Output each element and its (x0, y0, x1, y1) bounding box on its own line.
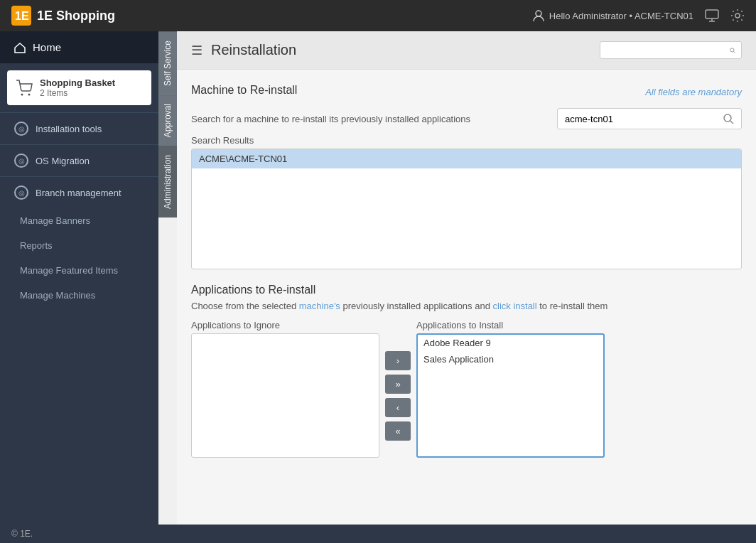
sidebar-item-manage-machines[interactable]: Manage Machines (0, 283, 158, 308)
topbar-right: Hello Administrator • ACME-TCN01 (532, 9, 745, 23)
sidebar-item-installation-tools[interactable]: ◎ Installation tools (0, 112, 158, 144)
svg-line-12 (730, 121, 733, 124)
cart-icon (16, 80, 33, 97)
tab-approval[interactable]: Approval (158, 95, 177, 146)
sidebar-item-manage-featured[interactable]: Manage Featured Items (0, 258, 158, 283)
main-content: ☰ Reinstallation Machine to Re-install A… (177, 31, 756, 525)
header-search-icon (730, 45, 735, 55)
basket-count: 2 Items (40, 88, 115, 98)
tab-administration[interactable]: Administration (158, 146, 177, 217)
apps-ignore-listbox[interactable] (191, 333, 379, 458)
branch-management-label: Branch management (36, 188, 122, 198)
svg-point-7 (21, 93, 23, 95)
manage-banners-label: Manage Banners (20, 215, 90, 226)
svg-point-11 (724, 114, 731, 122)
logo-text: 1E Shopping (37, 9, 115, 23)
list-item[interactable]: Adobe Reader 9 (418, 335, 603, 351)
svg-point-8 (28, 93, 31, 95)
transfer-buttons: › » ‹ « (379, 351, 416, 441)
basket-label: Shopping Basket (40, 77, 115, 88)
shopping-basket-card[interactable]: Shopping Basket 2 Items (7, 70, 151, 105)
svg-point-6 (735, 14, 740, 18)
monitor-icon[interactable] (705, 9, 719, 22)
installation-tools-icon: ◎ (14, 122, 28, 136)
main-layout: Home Shopping Basket 2 Items ◎ Installat… (0, 31, 756, 525)
logo: 1E 1E Shopping (11, 6, 532, 26)
manage-machines-label: Manage Machines (20, 290, 95, 301)
header-search[interactable] (600, 41, 742, 59)
mandatory-note: All fields are mandatory (645, 87, 742, 97)
move-right-button[interactable]: › (385, 351, 411, 370)
user-info: Hello Administrator • ACME-TCN01 (532, 9, 693, 22)
page-title: Reinstallation (211, 42, 296, 58)
footer: © 1E. (0, 525, 756, 543)
sidebar-item-os-migration[interactable]: ◎ OS Migration (0, 144, 158, 176)
move-all-right-button[interactable]: » (385, 375, 411, 394)
machine-search-icon[interactable] (723, 113, 734, 124)
page-body: Machine to Re-install All fields are man… (177, 70, 756, 525)
sidebar: Home Shopping Basket 2 Items ◎ Installat… (0, 31, 158, 525)
hamburger-icon[interactable]: ☰ (191, 43, 202, 58)
user-icon (532, 9, 545, 22)
footer-text: © 1E. (11, 529, 33, 539)
apps-desc: Choose from the selected machine's previ… (191, 301, 742, 311)
header-search-input[interactable] (606, 45, 725, 55)
sidebar-item-home[interactable]: Home (0, 31, 158, 63)
search-results-box: ACME\ACME-TCN01 (191, 149, 742, 269)
apps-ignore-label: Applications to Ignore (191, 320, 379, 330)
apps-machine-link[interactable]: machine's (299, 301, 340, 311)
home-icon (14, 42, 26, 53)
sidebar-item-reports[interactable]: Reports (0, 233, 158, 258)
os-migration-label: OS Migration (36, 156, 90, 166)
svg-point-9 (730, 48, 734, 51)
gear-icon[interactable] (730, 9, 745, 23)
content-wrapper: Self Service Approval Administration ☰ R… (158, 31, 756, 525)
move-all-left-button[interactable]: « (385, 421, 411, 441)
home-label: Home (33, 41, 61, 53)
svg-line-10 (733, 51, 735, 53)
apps-install-col: Applications to Install Adobe Reader 9 S… (416, 320, 605, 458)
installation-tools-label: Installation tools (36, 124, 102, 134)
topbar: 1E 1E Shopping Hello Administrator • ACM… (0, 0, 756, 31)
reports-label: Reports (20, 240, 53, 251)
branch-management-icon: ◎ (14, 186, 28, 200)
list-item[interactable]: Sales Application (418, 351, 603, 367)
user-text: Hello Administrator • ACME-TCN01 (549, 11, 693, 21)
machine-search-row: Search for a machine to re-install its p… (191, 108, 742, 129)
apps-install-label: Applications to Install (416, 320, 605, 330)
page-header: ☰ Reinstallation (177, 31, 756, 70)
manage-featured-label: Manage Featured Items (20, 265, 118, 276)
machine-search-box[interactable] (557, 108, 742, 129)
apps-ignore-col: Applications to Ignore (191, 320, 379, 458)
apps-columns: Applications to Ignore › » ‹ « Applicati… (191, 320, 742, 458)
tab-self-service[interactable]: Self Service (158, 31, 177, 95)
vertical-tabs: Self Service Approval Administration (158, 31, 177, 525)
os-migration-icon: ◎ (14, 154, 28, 168)
apps-install-link[interactable]: click install (493, 301, 537, 311)
sidebar-item-manage-banners[interactable]: Manage Banners (0, 208, 158, 233)
svg-point-2 (536, 11, 541, 16)
machine-search-label: Search for a machine to re-install its p… (191, 114, 549, 124)
logo-icon: 1E (11, 6, 31, 26)
search-result-item[interactable]: ACME\ACME-TCN01 (192, 149, 741, 168)
search-results-label: Search Results (191, 135, 742, 146)
machine-section-header: Machine to Re-install All fields are man… (191, 84, 742, 100)
machine-search-input[interactable] (565, 114, 718, 124)
svg-text:1E: 1E (15, 10, 29, 22)
move-left-button[interactable]: ‹ (385, 398, 411, 417)
svg-rect-3 (706, 10, 718, 18)
apps-install-listbox[interactable]: Adobe Reader 9 Sales Application (416, 333, 605, 458)
machine-section-title: Machine to Re-install (191, 84, 297, 97)
sidebar-item-branch-management[interactable]: ◎ Branch management (0, 176, 158, 208)
apps-section-title: Applications to Re-install (191, 284, 742, 296)
